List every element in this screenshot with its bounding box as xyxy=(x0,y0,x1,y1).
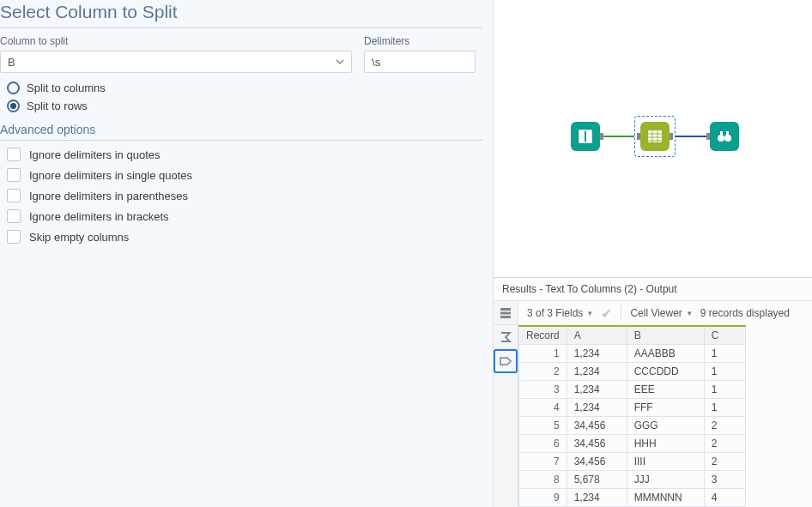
delimiters-label: Delimiters xyxy=(364,35,476,47)
chevron-down-icon xyxy=(334,56,346,68)
checkbox-icon xyxy=(7,230,21,244)
results-vertical-tabs xyxy=(494,301,518,507)
right-panel: Results - Text To Columns (2) - Output 3… xyxy=(494,0,812,507)
cell-record: 5 xyxy=(519,417,567,435)
table-row[interactable]: 31,234EEE1 xyxy=(519,381,746,399)
col-header-a[interactable]: A xyxy=(567,326,627,345)
svg-point-2 xyxy=(718,135,724,142)
cell-b: CCCDDD xyxy=(627,363,704,381)
split-to-rows-radio[interactable]: Split to rows xyxy=(7,100,482,112)
col-header-c[interactable]: C xyxy=(704,326,745,345)
vtab-output[interactable] xyxy=(494,349,518,373)
col-header-b[interactable]: B xyxy=(627,326,704,345)
checkbox-icon xyxy=(7,148,21,161)
cell-c: 4 xyxy=(704,489,745,507)
ignore-brackets-label: Ignore delimiters in brackets xyxy=(29,210,169,223)
check-icon[interactable]: ✔ xyxy=(601,305,612,322)
ignore-single-quotes-checkbox[interactable]: Ignore delimiters in single quotes xyxy=(7,168,482,182)
vtab-summary[interactable] xyxy=(494,325,518,349)
text-to-columns-node-selected[interactable] xyxy=(634,116,676,157)
cell-record: 7 xyxy=(519,453,567,471)
split-to-rows-label: Split to rows xyxy=(27,100,88,112)
rows-icon xyxy=(499,306,512,320)
table-row[interactable]: 11,234AAABBB1 xyxy=(519,345,746,363)
browse-node[interactable] xyxy=(710,122,739,151)
table-row[interactable]: 41,234FFF1 xyxy=(519,399,746,417)
column-to-split-select[interactable]: B xyxy=(0,51,352,73)
cell-record: 4 xyxy=(519,399,567,417)
checkbox-icon xyxy=(7,209,21,223)
table-row[interactable]: 634,456HHH2 xyxy=(519,435,746,453)
records-displayed: 9 records displayed xyxy=(700,307,790,319)
radio-icon xyxy=(7,81,20,94)
fields-dropdown[interactable]: 3 of 3 Fields▾ xyxy=(527,307,592,319)
cell-viewer-dropdown[interactable]: Cell Viewer▾ xyxy=(630,307,691,319)
svg-rect-4 xyxy=(720,131,723,136)
spreadsheet-icon xyxy=(646,128,664,145)
table-row[interactable]: 21,234CCCDDD1 xyxy=(519,363,746,381)
split-to-columns-radio[interactable]: Split to columns xyxy=(7,81,482,94)
checkbox-icon xyxy=(7,189,21,202)
cell-record: 6 xyxy=(519,435,567,453)
cell-a: 1,234 xyxy=(567,345,627,363)
cell-a: 1,234 xyxy=(567,489,627,507)
split-to-columns-label: Split to columns xyxy=(27,81,106,94)
cell-a: 34,456 xyxy=(567,453,627,471)
cell-b: EEE xyxy=(627,381,704,399)
cell-c: 1 xyxy=(704,381,745,399)
cell-a: 5,678 xyxy=(567,471,627,489)
cell-b: JJJ xyxy=(627,471,704,489)
vtab-table[interactable] xyxy=(494,301,518,325)
tag-icon xyxy=(499,354,512,368)
ignore-parentheses-checkbox[interactable]: Ignore delimiters in parentheses xyxy=(7,189,482,202)
book-icon xyxy=(577,128,594,145)
table-row[interactable]: 534,456GGG2 xyxy=(519,417,746,435)
sigma-icon xyxy=(499,330,512,344)
input-node[interactable] xyxy=(571,122,600,151)
binoculars-icon xyxy=(716,128,733,145)
cell-a: 34,456 xyxy=(567,435,627,453)
cell-b: AAABBB xyxy=(627,345,704,363)
cell-b: IIII xyxy=(627,453,704,471)
config-panel: Select Column to Split Column to split B… xyxy=(0,0,494,507)
results-table: Record A B C 11,234AAABBB121,234CCCDDD13… xyxy=(518,325,746,507)
radio-icon xyxy=(7,100,20,112)
column-to-split-label: Column to split xyxy=(0,35,352,47)
svg-rect-8 xyxy=(500,316,511,318)
cell-a: 1,234 xyxy=(567,363,627,381)
delimiters-input[interactable] xyxy=(364,51,476,73)
cell-c: 1 xyxy=(704,363,745,381)
ignore-brackets-checkbox[interactable]: Ignore delimiters in brackets xyxy=(7,209,482,223)
cell-record: 1 xyxy=(519,345,567,363)
cell-record: 9 xyxy=(519,489,567,507)
table-row[interactable]: 85,678JJJ3 xyxy=(519,471,746,489)
col-header-record[interactable]: Record xyxy=(519,326,567,345)
cell-b: GGG xyxy=(627,417,704,435)
results-panel: Results - Text To Columns (2) - Output 3… xyxy=(494,277,812,507)
svg-rect-6 xyxy=(500,308,511,311)
cell-c: 2 xyxy=(704,453,745,471)
cell-c: 3 xyxy=(704,471,745,489)
results-title: Results - Text To Columns (2) - Output xyxy=(494,278,812,301)
cell-b: HHH xyxy=(627,435,704,453)
cell-b: FFF xyxy=(627,399,704,417)
table-row[interactable]: 91,234MMMNNN4 xyxy=(519,489,746,507)
column-to-split-value: B xyxy=(8,56,15,69)
cell-record: 3 xyxy=(519,381,567,399)
skip-empty-checkbox[interactable]: Skip empty columns xyxy=(7,230,482,244)
cell-b: MMMNNN xyxy=(627,489,704,507)
cell-record: 2 xyxy=(519,363,567,381)
cell-c: 1 xyxy=(704,345,745,363)
skip-empty-label: Skip empty columns xyxy=(29,231,129,244)
advanced-options-header: Advanced options xyxy=(0,123,482,141)
ignore-quotes-checkbox[interactable]: Ignore delimiters in quotes xyxy=(7,148,482,161)
cell-record: 8 xyxy=(519,471,567,489)
ignore-single-quotes-label: Ignore delimiters in single quotes xyxy=(29,169,192,182)
svg-rect-7 xyxy=(500,311,511,314)
cell-a: 1,234 xyxy=(567,381,627,399)
table-row[interactable]: 734,456IIII2 xyxy=(519,453,746,471)
cell-c: 2 xyxy=(704,435,745,453)
cell-a: 1,234 xyxy=(567,399,627,417)
workflow-canvas[interactable] xyxy=(494,0,812,277)
cell-c: 2 xyxy=(704,417,745,435)
